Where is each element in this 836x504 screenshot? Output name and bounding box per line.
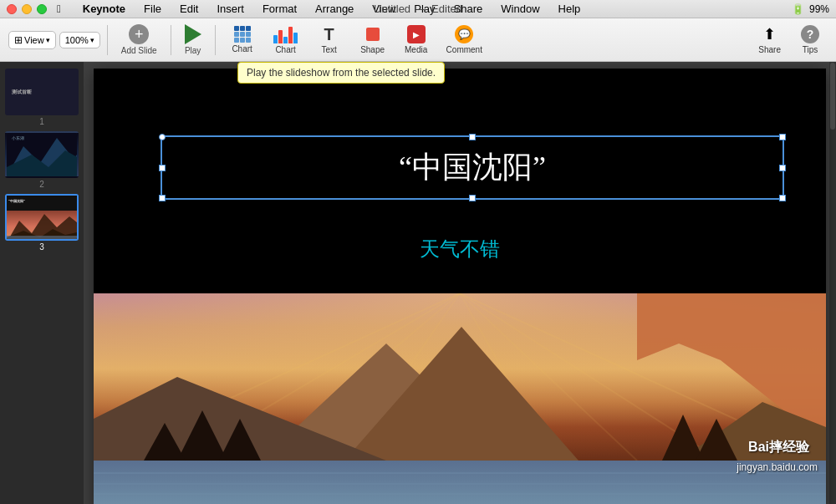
main-area: 测试首断 1 小东湖 2: [0, 62, 836, 504]
play-icon: [185, 24, 201, 44]
chart-button[interactable]: Chart: [266, 22, 306, 58]
table-button[interactable]: Chart: [222, 23, 263, 57]
slide-number-2: 2: [5, 180, 79, 189]
handle-bl[interactable]: [159, 195, 166, 201]
view-icon: ⊞: [14, 34, 23, 46]
slide-canvas: “中国沈阳” 天气不错: [94, 69, 826, 504]
file-menu[interactable]: File: [140, 3, 165, 15]
window-title-area: Untitled — Edited: [374, 3, 462, 15]
baidu-brand: Bai摔经验: [748, 440, 809, 454]
play-button[interactable]: Play: [178, 21, 208, 59]
vertical-scrollbar[interactable]: [829, 62, 836, 504]
handle-tl[interactable]: [159, 134, 166, 140]
slide-2-thumbnail: 小东湖: [7, 133, 77, 176]
slide-number-3: 3: [5, 242, 79, 252]
svg-rect-32: [94, 461, 826, 504]
edited-label: Edited: [431, 3, 462, 15]
zoom-button[interactable]: 100% ▾: [59, 32, 100, 48]
separator-2: [171, 25, 171, 55]
tooltip-text: Play the slideshow from the selected sli…: [247, 67, 436, 79]
handle-ml[interactable]: [159, 165, 166, 171]
insert-menu[interactable]: Insert: [213, 3, 247, 15]
battery-icon: 🔋: [792, 3, 804, 15]
chart-icon-label: Chart: [275, 45, 295, 54]
zoom-value: 100%: [65, 35, 89, 45]
handle-br[interactable]: [779, 195, 786, 201]
baidu-url-text: jingyan.baidu.com: [737, 461, 818, 473]
canvas-area: “中国沈阳” 天气不错: [84, 62, 836, 504]
baidu-watermark: Bai摔经验: [748, 439, 809, 456]
handle-tm[interactable]: [469, 134, 476, 140]
apple-menu[interactable]: : [54, 3, 64, 15]
landscape-svg: [94, 293, 826, 504]
plus-circle-icon: +: [129, 24, 149, 44]
baidu-url: jingyan.baidu.com: [737, 461, 818, 473]
svg-rect-0: [366, 28, 380, 41]
shape-button[interactable]: Shape: [353, 22, 393, 58]
slide-thumb-1[interactable]: 测试首断 1: [5, 69, 79, 126]
add-slide-label: Add Slide: [121, 46, 157, 55]
system-tray: 🔋 99%: [792, 3, 829, 15]
scrollbar-thumb[interactable]: [830, 63, 835, 130]
battery-percent: 99%: [809, 3, 829, 15]
share-label: Share: [758, 45, 781, 54]
slide-panel: 测试首断 1 小东湖 2: [0, 62, 84, 504]
shape-label: Shape: [360, 45, 385, 54]
thumb-2-image: 小东湖: [7, 133, 77, 176]
edit-menu[interactable]: Edit: [176, 3, 201, 15]
title-textbox[interactable]: “中国沈阳”: [161, 135, 784, 200]
arrange-menu[interactable]: Arrange: [312, 3, 357, 15]
tips-icon: ?: [801, 25, 819, 43]
traffic-lights: [7, 4, 47, 14]
tips-button[interactable]: ? Tips: [793, 22, 828, 58]
svg-text:"中国沈阳": "中国沈阳": [8, 199, 25, 203]
close-button[interactable]: [7, 4, 17, 14]
toolbar-right: ⬆ Share ? Tips: [750, 22, 828, 58]
separator-3: [215, 25, 216, 55]
handle-mr[interactable]: [779, 165, 786, 171]
format-menu[interactable]: Format: [259, 3, 300, 15]
comment-icon: 💬: [455, 25, 473, 43]
view-label: View: [24, 35, 44, 45]
slide-number-1: 1: [5, 117, 79, 126]
play-label: Play: [185, 46, 201, 55]
title-separator: —: [415, 3, 426, 15]
menu-bar:  Keynote File Edit Insert Format Arrang…: [0, 0, 836, 18]
tips-label: Tips: [803, 45, 818, 54]
add-slide-button[interactable]: + Add Slide: [115, 21, 164, 59]
media-icon: [407, 25, 426, 43]
fullscreen-button[interactable]: [37, 4, 47, 14]
share-button[interactable]: ⬆ Share: [750, 22, 789, 58]
tooltip-popup: Play the slideshow from the selected sli…: [237, 62, 445, 84]
media-button[interactable]: Media: [396, 22, 436, 58]
thumb-3-svg: "中国沈阳": [7, 196, 77, 239]
handle-tr[interactable]: [779, 134, 786, 140]
window-menu[interactable]: Window: [497, 3, 543, 15]
toolbar: ⊞ View ▾ 100% ▾ + Add Slide Play Chart: [0, 18, 836, 62]
slide-title: “中国沈阳”: [179, 147, 766, 188]
shape-icon: [364, 25, 382, 43]
media-label: Media: [405, 45, 427, 54]
view-chevron: ▾: [46, 36, 50, 44]
slide-thumb-3[interactable]: "中国沈阳" 3: [5, 194, 79, 252]
separator-1: [107, 25, 108, 55]
text-button[interactable]: T Text: [309, 22, 349, 58]
comment-label: Comment: [446, 45, 482, 54]
comment-button[interactable]: 💬 Comment: [440, 22, 489, 58]
svg-rect-5: [7, 196, 77, 212]
view-button[interactable]: ⊞ View ▾: [8, 31, 56, 49]
chart-label: Chart: [232, 44, 252, 53]
svg-text:小东湖: 小东湖: [12, 135, 24, 140]
app-name[interactable]: Keynote: [79, 3, 129, 15]
thumb-1-title: 测试首断: [12, 89, 32, 96]
text-label: Text: [321, 45, 336, 54]
slide-thumb-2[interactable]: 小东湖 2: [5, 131, 79, 189]
share-icon: ⬆: [763, 25, 776, 43]
slide-landscape-image: Bai摔经验 jingyan.baidu.com: [94, 293, 826, 504]
chart-icon: [273, 25, 298, 43]
help-menu[interactable]: Help: [555, 3, 584, 15]
table-icon: [234, 26, 251, 43]
minimize-button[interactable]: [22, 4, 32, 14]
handle-bm[interactable]: [469, 195, 476, 201]
zoom-chevron: ▾: [90, 36, 94, 44]
